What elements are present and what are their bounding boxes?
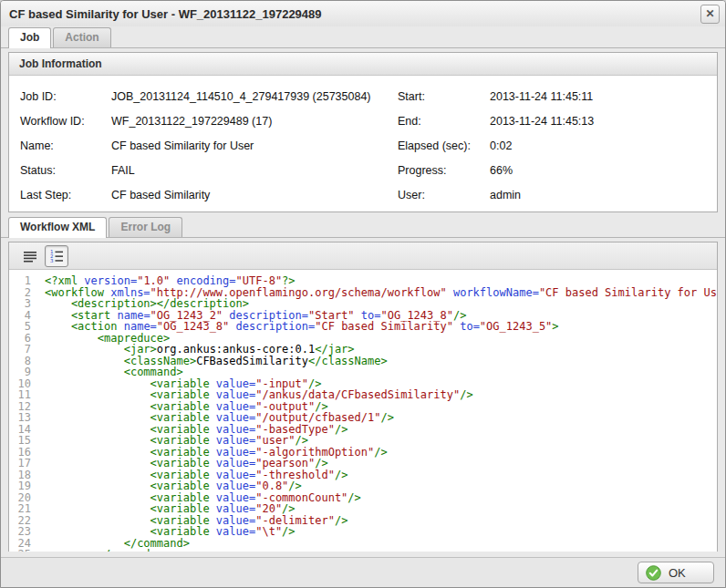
line-number: 1 bbox=[9, 275, 36, 287]
job-information-panel: Job Information Job ID:JOB_20131124_1145… bbox=[8, 52, 718, 212]
field-value: FAIL bbox=[111, 164, 398, 177]
close-icon: ✕ bbox=[705, 7, 714, 20]
tab-action[interactable]: Action bbox=[53, 27, 110, 47]
line-number: 2 bbox=[9, 287, 36, 299]
ok-button-label: OK bbox=[669, 566, 686, 580]
field-row: Workflow ID:WF_20131122_197229489 (17)En… bbox=[9, 108, 717, 133]
field-row: Status:FAILProgress:66% bbox=[9, 158, 717, 182]
field-value: 2013-11-24 11:45:11 bbox=[490, 90, 717, 103]
job-info-fields: Job ID:JOB_20131124_114510_4_279417939 (… bbox=[9, 76, 717, 207]
field-label: Last Step: bbox=[20, 189, 111, 201]
line-number: 9 bbox=[9, 366, 36, 378]
field-value: CF based Similarity for User bbox=[111, 139, 398, 152]
panel-header-job-information: Job Information bbox=[9, 53, 717, 76]
field-label: End: bbox=[398, 115, 490, 128]
line-number: 25 bbox=[9, 549, 36, 552]
field-label: Status: bbox=[20, 164, 111, 177]
editor-toolbar: 1 2 3 bbox=[9, 242, 717, 270]
line-numbers-button[interactable]: 1 2 3 bbox=[45, 245, 68, 267]
field-row: Last Step:CF based SimilarityUser:admin bbox=[9, 182, 717, 207]
tab-action-label: Action bbox=[65, 31, 99, 44]
line-number: 3 bbox=[9, 298, 36, 310]
line-number: 19 bbox=[9, 480, 36, 492]
line-number: 23 bbox=[9, 526, 36, 538]
tab-workflow-xml-label: Workflow XML bbox=[20, 221, 95, 233]
dialog-titlebar: CF based Similarity for User - WF_201311… bbox=[1, 1, 725, 26]
field-label: Start: bbox=[398, 90, 490, 103]
line-number: 11 bbox=[9, 389, 36, 401]
line-number: 15 bbox=[9, 435, 36, 447]
tab-error-log-label: Error Log bbox=[120, 221, 171, 233]
line-number: 5 bbox=[9, 321, 36, 333]
field-row: Name:CF based Similarity for UserElapsed… bbox=[9, 133, 717, 158]
field-label: Job ID: bbox=[20, 90, 111, 103]
tab-job[interactable]: Job bbox=[8, 27, 51, 48]
field-value: 66% bbox=[490, 164, 717, 177]
field-label: Elapsed (sec): bbox=[398, 139, 490, 152]
svg-text:3: 3 bbox=[50, 258, 54, 263]
field-value: 2013-11-24 11:45:13 bbox=[490, 115, 717, 128]
line-number: 17 bbox=[9, 458, 36, 469]
dialog-footer: OK bbox=[1, 557, 725, 587]
code-line: 25 </mapreduce> bbox=[9, 549, 717, 552]
word-wrap-icon bbox=[23, 249, 37, 263]
dialog-window: CF based Similarity for User - WF_201311… bbox=[0, 0, 726, 588]
field-value: 0:02 bbox=[490, 139, 717, 152]
xml-code-viewer[interactable]: 1<?xml version="1.0" encoding="UTF-8"?>2… bbox=[9, 270, 717, 552]
line-number: 8 bbox=[9, 356, 36, 367]
field-row: Job ID:JOB_20131124_114510_4_279417939 (… bbox=[9, 84, 717, 108]
field-value: admin bbox=[490, 189, 717, 201]
tab-workflow-xml[interactable]: Workflow XML bbox=[8, 217, 107, 238]
top-tabstrip: Job Action bbox=[1, 26, 725, 48]
line-number: 7 bbox=[9, 344, 36, 356]
close-button[interactable]: ✕ bbox=[700, 5, 720, 24]
ok-check-icon bbox=[646, 565, 661, 581]
field-label: Progress: bbox=[398, 164, 490, 177]
line-number: 13 bbox=[9, 412, 36, 424]
field-label: Workflow ID: bbox=[20, 115, 111, 128]
field-value: JOB_20131124_114510_4_279417939 (2573508… bbox=[111, 90, 398, 103]
ok-button[interactable]: OK bbox=[638, 562, 714, 583]
tab-job-label: Job bbox=[20, 31, 39, 44]
line-numbers-icon: 1 2 3 bbox=[49, 249, 64, 263]
word-wrap-button[interactable] bbox=[18, 245, 42, 267]
bottom-tabstrip: Workflow XML Error Log bbox=[1, 216, 725, 238]
field-value: WF_20131122_197229489 (17) bbox=[111, 115, 398, 128]
field-value: CF based Similarity bbox=[111, 189, 398, 201]
field-label: User: bbox=[398, 189, 490, 201]
line-number: 4 bbox=[9, 310, 36, 322]
line-number: 21 bbox=[9, 503, 36, 515]
workflow-xml-panel: 1 2 3 1<?xml version="1.0" encoding="UTF… bbox=[8, 242, 718, 552]
field-label: Name: bbox=[20, 139, 111, 152]
dialog-title: CF based Similarity for User - WF_201311… bbox=[9, 7, 700, 21]
code-text: </mapreduce> bbox=[36, 549, 177, 552]
line-number: 6 bbox=[9, 333, 36, 345]
tab-error-log[interactable]: Error Log bbox=[109, 217, 182, 237]
